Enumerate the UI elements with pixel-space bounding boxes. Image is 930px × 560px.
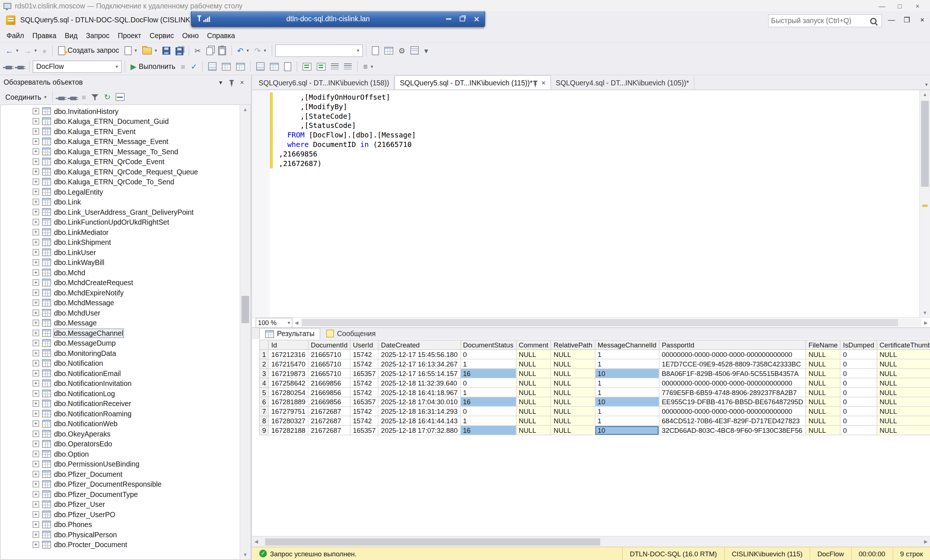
expand-icon[interactable]: + xyxy=(32,239,39,246)
grid-cell[interactable]: NULL xyxy=(551,350,595,359)
expand-icon[interactable]: + xyxy=(32,279,39,286)
tree-item[interactable]: +dbo.NotificationInvitation xyxy=(1,378,240,388)
tree-item[interactable]: +dbo.Kaluga_ETRN_QrCode_To_Send xyxy=(1,177,240,187)
grid-column-header[interactable]: CertificateThumbprint xyxy=(877,340,930,350)
tree-item[interactable]: +dbo.MchdExpireNotify xyxy=(1,288,240,298)
grid-cell[interactable]: NULL xyxy=(806,426,840,435)
grid-cell[interactable]: NULL xyxy=(516,369,551,378)
nav-stop-icon[interactable]: ● xyxy=(40,44,49,57)
grid-cell[interactable]: 21669856 xyxy=(308,378,350,388)
tree-item[interactable]: +dbo.Kaluga_ETRN_Document_Guid xyxy=(1,116,240,126)
connect-button[interactable]: Соединить▾ xyxy=(3,91,49,104)
expand-icon[interactable]: + xyxy=(32,420,39,427)
grid-column-header[interactable]: DocumentStatus xyxy=(460,340,516,350)
grid-cell[interactable]: 167258642 xyxy=(269,378,308,388)
tab-list-icon[interactable]: ▾ xyxy=(925,82,927,87)
pin-icon[interactable] xyxy=(534,80,536,85)
expand-icon[interactable]: + xyxy=(32,481,39,488)
results-horizontal-scrollbar[interactable]: ◀ ▶ xyxy=(252,536,930,547)
grid-cell[interactable]: NULL xyxy=(877,369,930,378)
chevron-down-icon[interactable]: ▾ xyxy=(112,64,121,69)
tree-item[interactable]: +dbo.InvitationHistory xyxy=(1,106,240,117)
grid-cell[interactable]: 16 xyxy=(460,369,516,378)
grid-cell[interactable]: 167281889 xyxy=(269,397,308,406)
menu-item[interactable]: Окно xyxy=(178,30,203,42)
chevron-down-icon[interactable]: ▾ xyxy=(34,48,37,53)
grid-cell[interactable]: NULL xyxy=(551,426,595,435)
grid-cell[interactable]: NULL xyxy=(516,388,551,397)
live-stats-icon[interactable] xyxy=(220,60,233,73)
tree-item[interactable]: +dbo.LinkUser xyxy=(1,248,240,258)
grid-column-header[interactable]: PassportId xyxy=(659,340,806,350)
expand-icon[interactable]: + xyxy=(32,118,39,125)
expand-icon[interactable]: + xyxy=(32,158,39,165)
grid-cell[interactable]: NULL xyxy=(877,378,930,388)
expand-icon[interactable]: + xyxy=(32,370,39,377)
grid-cell[interactable]: 0 xyxy=(460,378,516,388)
expand-icon[interactable]: + xyxy=(32,178,39,185)
grid-cell[interactable]: 2025-12-18 11:32:39.640 xyxy=(378,378,460,388)
grid-cell[interactable]: 167282188 xyxy=(269,426,308,435)
grid-cell[interactable]: NULL xyxy=(877,350,930,359)
grid-cell[interactable]: 684CD512-70B6-4E3F-829F-D717ED427823 xyxy=(659,416,806,426)
tree-item[interactable]: +dbo.MessageChannel xyxy=(1,328,240,338)
expand-icon[interactable]: + xyxy=(32,541,39,548)
tree-item[interactable]: +dbo.LegalEntity xyxy=(1,187,240,197)
grid-column-header[interactable]: Id xyxy=(269,340,308,350)
grid-cell[interactable]: 7769E5FB-6B59-4748-8906-289237F8A2B7 xyxy=(659,388,806,397)
expand-icon[interactable]: + xyxy=(32,440,39,447)
grid-cell[interactable]: 15742 xyxy=(350,350,378,359)
database-combo[interactable]: DocFlow▾ xyxy=(32,60,122,72)
grid-cell[interactable]: NULL xyxy=(877,426,930,435)
grid-cell[interactable]: 15742 xyxy=(350,388,378,397)
tree-item[interactable]: +dbo.Message xyxy=(1,318,240,328)
properties-icon[interactable]: ⚙ xyxy=(396,44,408,57)
grid-corner[interactable] xyxy=(260,340,269,350)
tree-item[interactable]: +dbo.NotificationWeb xyxy=(1,418,240,429)
grid-row-header[interactable]: 6 xyxy=(260,397,269,406)
grid-cell[interactable]: NULL xyxy=(877,406,930,416)
grid-cell[interactable]: NULL xyxy=(806,406,840,416)
cancel-query-icon[interactable]: ■ xyxy=(178,60,188,73)
grid-cell[interactable]: NULL xyxy=(516,397,551,406)
grid-cell[interactable]: 21672687 xyxy=(308,416,350,426)
expand-icon[interactable]: + xyxy=(32,229,39,235)
grid-row-header[interactable]: 9 xyxy=(260,426,269,435)
grid-row-header[interactable]: 1 xyxy=(260,350,269,359)
results-hscroll-thumb[interactable] xyxy=(265,538,600,545)
grid-cell[interactable]: 0 xyxy=(841,406,877,416)
tree-item[interactable]: +dbo.Kaluga_ETRN_Message_To_Send xyxy=(1,146,240,157)
search-icon[interactable] xyxy=(870,18,877,24)
expand-icon[interactable]: + xyxy=(32,360,39,366)
grid-row-header[interactable]: 8 xyxy=(260,416,269,426)
editor-scrollbar-thumb[interactable] xyxy=(921,101,929,187)
code-lines[interactable]: ,[ModifyOnHourOffset] ,[ModifyBy] ,[Stat… xyxy=(279,92,918,168)
ssms-minimize-button[interactable]: — xyxy=(884,11,899,29)
expand-icon[interactable]: + xyxy=(32,128,39,134)
scroll-left-icon[interactable]: ◀ xyxy=(293,320,301,325)
expand-icon[interactable]: + xyxy=(32,138,39,145)
chevron-down-icon[interactable]: ▾ xyxy=(134,48,137,53)
grid-cell[interactable]: NULL xyxy=(551,369,595,378)
panel-menu-icon[interactable]: ▾ xyxy=(215,77,226,88)
expand-icon[interactable]: + xyxy=(32,169,39,175)
editor-vertical-scrollbar[interactable]: ▲ ▼ xyxy=(919,90,930,317)
tree-item[interactable]: +dbo.NotificationLog xyxy=(1,388,240,399)
grid-cell[interactable]: 0 xyxy=(841,388,877,397)
grid-cell[interactable]: 2025-12-18 16:41:18.967 xyxy=(378,388,460,397)
tree-item[interactable]: +dbo.Pfizer_User xyxy=(1,499,240,509)
pin-icon[interactable] xyxy=(199,17,200,21)
expand-icon[interactable]: + xyxy=(32,380,39,387)
tree-item[interactable]: +dbo.Pfizer_DocumentType xyxy=(1,489,240,500)
undo-icon[interactable]: ↶▾ xyxy=(235,44,251,57)
tree-item[interactable]: +dbo.MchdUser xyxy=(1,308,240,318)
grid-cell[interactable]: NULL xyxy=(877,388,930,397)
results-file-icon[interactable] xyxy=(282,60,294,73)
rdp-bar-restore-button[interactable] xyxy=(460,14,465,24)
expand-icon[interactable]: + xyxy=(32,471,39,477)
grid-cell[interactable]: 15742 xyxy=(350,416,378,426)
expand-icon[interactable]: + xyxy=(32,259,39,266)
chevron-down-icon[interactable]: ▾ xyxy=(288,320,290,325)
grid-cell[interactable]: 00000000-0000-0000-0000-000000000000 xyxy=(659,378,806,388)
connect-object-icon[interactable] xyxy=(55,91,67,104)
